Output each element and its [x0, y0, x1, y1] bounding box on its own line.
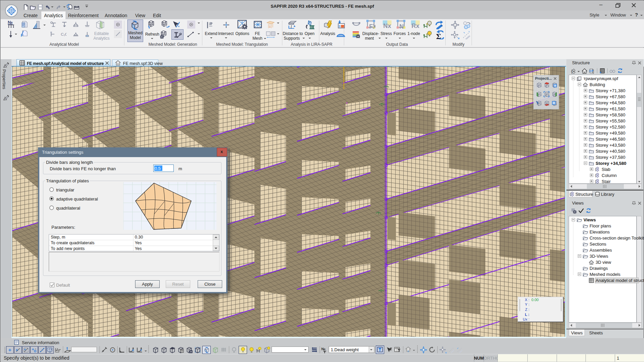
- svg-text:C₁C₂: C₁C₂: [61, 32, 67, 36]
- svg-text:Y: Y: [140, 348, 143, 352]
- svg-text:{: {: [570, 192, 571, 196]
- svg-text:Σ: Σ: [436, 32, 441, 39]
- svg-text:{: {: [595, 179, 596, 183]
- svg-text:№: №: [321, 347, 325, 351]
- svg-text:FX: FX: [369, 23, 375, 29]
- svg-text:Nx: Nx: [383, 22, 391, 29]
- svg-text:N: N: [399, 23, 404, 29]
- svg-text:{: {: [595, 173, 596, 177]
- svg-text:X: X: [132, 348, 134, 352]
- svg-text:Rx: Rx: [411, 22, 419, 29]
- svg-text:{: {: [571, 69, 572, 74]
- svg-text:{: {: [595, 167, 596, 171]
